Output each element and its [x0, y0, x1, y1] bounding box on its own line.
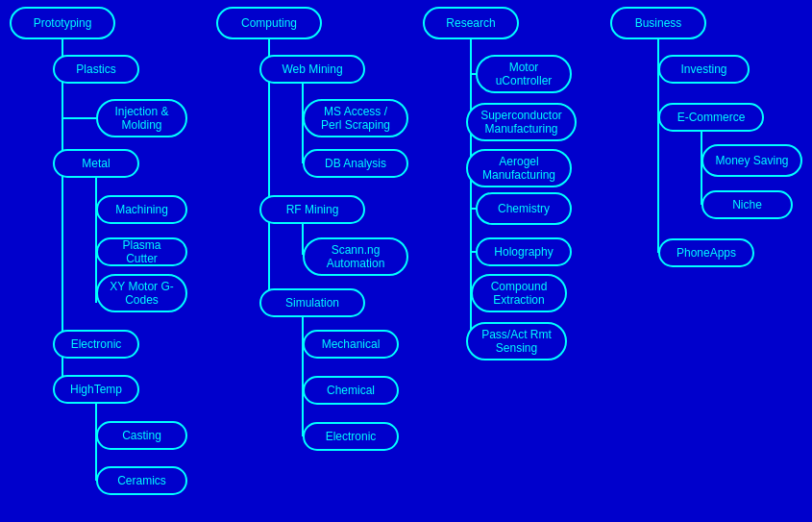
node-business[interactable]: Business: [610, 7, 706, 39]
node-holography[interactable]: Holography: [476, 237, 572, 266]
node-compound[interactable]: Compound Extraction: [471, 274, 567, 312]
node-passact[interactable]: Pass/Act Rmt Sensing: [466, 322, 567, 360]
node-hightemp[interactable]: HighTemp: [53, 375, 139, 404]
node-aerogel[interactable]: Aerogel Manufacturing: [466, 149, 572, 187]
node-simulation[interactable]: Simulation: [259, 288, 365, 317]
node-rfmining[interactable]: RF Mining: [259, 195, 365, 224]
node-dbanalysis[interactable]: DB Analysis: [303, 149, 408, 178]
node-ecommerce[interactable]: E-Commerce: [658, 103, 764, 132]
node-plasma[interactable]: Plasma Cutter: [96, 237, 187, 266]
node-ceramics[interactable]: Ceramics: [96, 466, 187, 495]
node-metal[interactable]: Metal: [53, 149, 139, 178]
node-msaccess[interactable]: MS Access / Perl Scraping: [303, 99, 408, 137]
node-electronic1[interactable]: Electronic: [53, 330, 139, 359]
node-xymotorg[interactable]: XY Motor G- Codes: [96, 274, 187, 312]
node-plastics[interactable]: Plastics: [53, 55, 139, 84]
node-research[interactable]: Research: [423, 7, 519, 39]
node-webmining[interactable]: Web Mining: [259, 55, 365, 84]
node-chemical[interactable]: Chemical: [303, 376, 399, 405]
node-mechanical[interactable]: Mechanical: [303, 330, 399, 359]
node-machining[interactable]: Machining: [96, 195, 187, 224]
node-casting[interactable]: Casting: [96, 421, 187, 450]
node-electronic2[interactable]: Electronic: [303, 422, 399, 451]
node-motoruc[interactable]: Motor uController: [476, 55, 572, 93]
node-niche[interactable]: Niche: [701, 190, 793, 219]
node-prototyping[interactable]: Prototyping: [10, 7, 115, 39]
node-superconductor[interactable]: Superconductor Manufacturing: [466, 103, 577, 141]
node-investing[interactable]: Investing: [658, 55, 750, 84]
node-chemistry[interactable]: Chemistry: [476, 192, 572, 225]
node-injection[interactable]: Injection & Molding: [96, 99, 187, 137]
node-scanning[interactable]: Scann.ng Automation: [303, 237, 408, 276]
node-moneysaving[interactable]: Money Saving: [701, 144, 802, 177]
node-phoneapps[interactable]: PhoneApps: [658, 238, 754, 267]
node-computing[interactable]: Computing: [216, 7, 322, 39]
